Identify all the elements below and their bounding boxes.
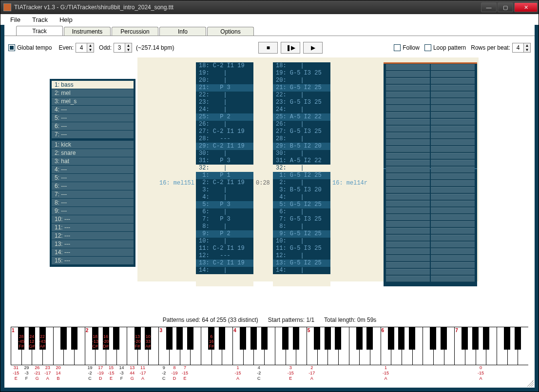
maximize-button[interactable]: ▢ (498, 2, 513, 12)
pattern-row[interactable]: 2: | (273, 179, 330, 187)
black-key[interactable] (462, 327, 468, 350)
titlebar[interactable]: TIATracker v1.3 - G:/TIATracker/shiru8bi… (0, 0, 539, 14)
pattern-row[interactable]: 11: G-5 I3 25 (273, 245, 330, 252)
pattern-row[interactable]: 3: | (196, 187, 253, 194)
minimap-row[interactable] (385, 132, 475, 139)
list-item[interactable]: 14: --- (52, 248, 134, 257)
list-item[interactable]: 12: --- (52, 232, 134, 240)
pattern-row[interactable]: 28: --- (196, 135, 253, 143)
percussion-list[interactable]: 1: kick2: snare3: hat4: ---5: ---6: ---7… (52, 141, 134, 265)
pattern-row[interactable]: 23: | (196, 99, 253, 106)
list-item[interactable]: 8: --- (52, 199, 134, 207)
pattern-row[interactable]: 27: G-5 I3 25 (273, 128, 330, 135)
pattern-row[interactable]: 27: C-2 I1 19 (196, 128, 253, 135)
pattern-row[interactable]: 9: P 2 (196, 230, 253, 238)
list-item[interactable]: 7: --- (52, 190, 134, 199)
minimap-row[interactable] (385, 98, 475, 105)
chevron-up-icon[interactable]: ▲ (87, 43, 94, 48)
black-key[interactable] (483, 327, 489, 350)
pattern-row[interactable]: 14: | (273, 267, 330, 274)
pattern-row[interactable]: 29: B-5 I2 20 (273, 143, 330, 150)
instrument-list[interactable]: 1: bass2: mel3: mel_s4: ---5: ---6: ---7… (52, 81, 134, 139)
pattern-row[interactable]: 13: C-2 I1 19 (196, 260, 253, 267)
list-item[interactable]: 13: --- (52, 240, 134, 248)
pattern-column-left[interactable]: 18: C-2 I1 1919: | 20: | 21: P 3 22: | 2… (196, 62, 253, 286)
chevron-up-icon[interactable]: ▲ (524, 43, 530, 48)
black-key[interactable] (430, 327, 436, 350)
black-key[interactable] (240, 327, 246, 350)
minimap-row[interactable] (385, 71, 475, 77)
pattern-row[interactable]: 31: A-5 I2 22 (273, 157, 330, 165)
tab-percussion[interactable]: Percussion (112, 27, 158, 36)
black-key[interactable] (472, 327, 479, 350)
pattern-row[interactable]: 32: | (196, 165, 253, 172)
pattern-row[interactable]: 9: G-5 I2 25 (273, 230, 330, 238)
pattern-row[interactable]: 26: | (273, 121, 330, 128)
minimap-row[interactable] (385, 139, 475, 146)
pattern-row[interactable]: 25: A-5 I2 22 (273, 113, 330, 121)
pattern-row[interactable]: 1: P 1 (196, 172, 253, 179)
minimap-row[interactable] (385, 194, 475, 200)
list-item[interactable]: 3: mel_s (52, 97, 134, 106)
minimap-row[interactable] (385, 248, 475, 255)
minimap-row[interactable] (385, 126, 475, 132)
resize-grip[interactable] (527, 380, 534, 387)
list-item[interactable]: 7: --- (52, 131, 134, 139)
pattern-row[interactable]: 30: | (196, 150, 253, 157)
list-item[interactable]: 4: --- (52, 106, 134, 114)
black-key[interactable] (325, 327, 331, 350)
minimap-row[interactable] (385, 64, 475, 71)
black-key[interactable] (504, 327, 510, 350)
pattern-row[interactable]: 22: | (273, 92, 330, 99)
tab-info[interactable]: Info (159, 27, 206, 36)
stop-button[interactable]: ■ (258, 42, 278, 54)
pattern-row[interactable]: 12: | (273, 252, 330, 260)
pattern-row[interactable]: 14: | (196, 267, 253, 274)
follow-checkbox[interactable] (394, 44, 401, 51)
black-key[interactable] (314, 327, 320, 350)
pattern-row[interactable]: 5: P 3 (196, 201, 253, 208)
black-key[interactable] (366, 327, 373, 350)
minimap-row[interactable] (385, 276, 475, 282)
menu-help[interactable]: Help (54, 15, 78, 24)
pattern-row[interactable]: 28: | (273, 135, 330, 143)
menu-track[interactable]: Track (26, 15, 54, 24)
list-item[interactable]: 11: --- (52, 224, 134, 232)
list-item[interactable]: 2: snare (52, 149, 134, 157)
pattern-row[interactable]: 30: | (273, 150, 330, 157)
tab-instruments[interactable]: Instruments (64, 27, 111, 36)
pattern-row[interactable]: 24: | (273, 106, 330, 113)
minimap-row[interactable] (385, 255, 475, 261)
piano-keyboard[interactable]: 123456728 -45 F#24 12 G#22 -43 A#18 -13 … (11, 327, 528, 383)
pattern-row[interactable]: 19: | (196, 70, 253, 77)
chevron-down-icon[interactable]: ▼ (87, 48, 94, 52)
pattern-row[interactable]: 8: | (273, 223, 330, 230)
black-key[interactable] (166, 327, 173, 350)
black-key[interactable] (113, 327, 119, 350)
minimap-row[interactable] (385, 201, 475, 207)
pattern-row[interactable]: 21: G-5 I2 25 (273, 84, 330, 92)
pattern-row[interactable]: 7: P 3 (196, 216, 253, 223)
pattern-row[interactable]: 22: | (196, 92, 253, 99)
black-key[interactable] (176, 327, 183, 350)
pattern-row[interactable]: 31: P 3 (196, 157, 253, 165)
black-key[interactable] (71, 327, 77, 350)
list-item[interactable]: 9: --- (52, 207, 134, 215)
black-key[interactable] (60, 327, 67, 350)
minimap-row[interactable] (385, 180, 475, 187)
pattern-row[interactable]: 10: | (196, 238, 253, 245)
minimap-row[interactable] (385, 262, 475, 268)
pattern-row[interactable]: 26: | (196, 121, 253, 128)
pattern-row[interactable]: 18: C-2 I1 19 (196, 62, 253, 70)
menu-file[interactable]: File (4, 15, 26, 24)
minimap-row[interactable] (385, 112, 475, 118)
global-tempo-checkbox[interactable] (8, 44, 15, 51)
pattern-row[interactable]: 20: | (196, 77, 253, 84)
tab-options[interactable]: Options (207, 27, 254, 36)
minimap-row[interactable] (385, 92, 475, 98)
minimap-row[interactable] (385, 119, 475, 125)
minimize-button[interactable]: — (481, 2, 497, 12)
close-button[interactable]: ✕ (514, 2, 538, 12)
minimap-row[interactable] (385, 242, 475, 248)
list-item[interactable]: 3: hat (52, 157, 134, 166)
